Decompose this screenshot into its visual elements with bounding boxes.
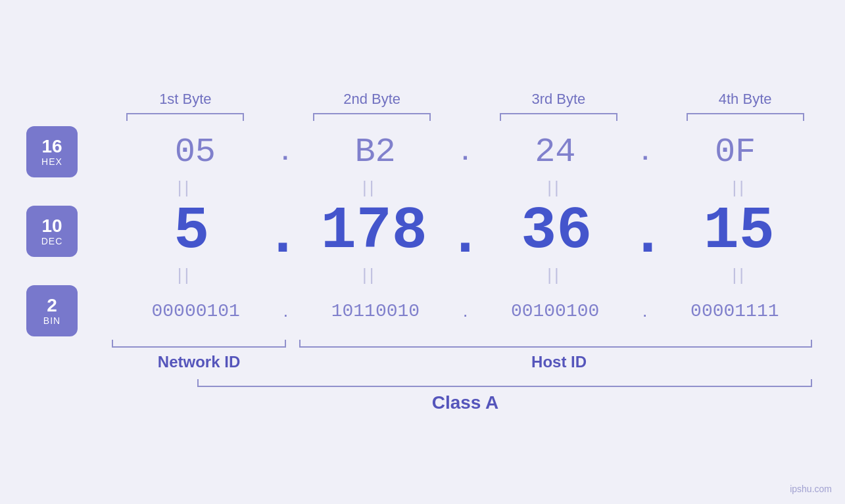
hex-values-row: 05 . B2 . 24 . 0F [112, 133, 819, 172]
hex-val-2-col: B2 [292, 133, 459, 172]
dec-val-3: 36 [521, 198, 592, 265]
bin-badge-number: 2 [47, 296, 57, 316]
bottom-section: Network ID Host ID [26, 340, 819, 371]
equals-row-2: || || || || [26, 265, 819, 285]
bracket-top-3 [500, 113, 617, 121]
bracket-host [299, 340, 812, 348]
bin-val-2: 10110010 [331, 301, 420, 321]
dec-val-2: 178 [321, 198, 427, 265]
dec-val-3-col: 36 [477, 198, 636, 265]
bin-val-4-col: 00001111 [651, 301, 819, 321]
class-a-label: Class A [112, 392, 819, 413]
byte-label-4: 4th Byte [719, 91, 772, 108]
dec-dot-1: . [271, 202, 294, 261]
dec-val-4-col: 15 [660, 198, 819, 265]
eq-2: || [297, 177, 442, 198]
dec-badge: 10 DEC [26, 206, 78, 257]
bin-row: 2 BIN 00000101 . 10110010 . 00100100 . 0… [26, 285, 819, 336]
byte-col-1: 1st Byte [112, 91, 259, 121]
network-id-label: Network ID [112, 353, 286, 371]
dec-badge-number: 10 [41, 216, 62, 237]
class-section: Class A [26, 379, 819, 413]
bin-val-4: 00001111 [690, 301, 779, 321]
byte-label-1: 1st Byte [159, 91, 211, 108]
hex-dot-3: . [639, 140, 652, 164]
network-host-labels: Network ID Host ID [26, 353, 819, 371]
bin-val-3-col: 00100100 [471, 301, 639, 321]
hex-badge-col: 16 HEX [26, 126, 112, 177]
dec-dot-3: . [636, 202, 659, 261]
byte-labels-row: 1st Byte 2nd Byte 3rd Byte 4th Byte [26, 91, 819, 121]
byte-columns: 1st Byte 2nd Byte 3rd Byte 4th Byte [112, 91, 819, 121]
eq-1: || [112, 177, 257, 198]
bracket-top-2 [313, 113, 431, 121]
bracket-top-4 [687, 113, 804, 121]
bracket-network [112, 340, 286, 348]
main-container: 1st Byte 2nd Byte 3rd Byte 4th Byte [0, 0, 845, 504]
dec-val-1: 5 [174, 198, 209, 265]
host-id-label: Host ID [299, 353, 819, 371]
hex-val-1-col: 05 [112, 133, 279, 172]
dec-row: 10 DEC 5 . 178 . 36 . 15 [26, 198, 819, 265]
eq2-1: || [112, 265, 257, 285]
watermark: ipshu.com [790, 484, 832, 494]
bracket-bottom-row [26, 340, 819, 348]
hex-val-1: 05 [175, 133, 216, 172]
bin-values-row: 00000101 . 10110010 . 00100100 . 0000111… [112, 300, 819, 321]
eq2-4: || [667, 265, 812, 285]
byte-label-2: 2nd Byte [343, 91, 400, 108]
eq-3: || [482, 177, 627, 198]
hex-badge-number: 16 [41, 137, 62, 157]
bin-dot-1: . [279, 300, 291, 321]
dec-val-4: 15 [704, 198, 775, 265]
hex-val-3: 24 [535, 133, 575, 172]
dec-values-row: 5 . 178 . 36 . 15 [112, 198, 819, 265]
hex-row: 16 HEX 05 . B2 . 24 . 0F [26, 126, 819, 177]
dec-dot-2: . [454, 202, 477, 261]
bin-val-2-col: 10110010 [291, 301, 459, 321]
bin-badge: 2 BIN [26, 285, 78, 336]
bin-dot-3: . [639, 300, 651, 321]
bin-val-3: 00100100 [511, 301, 599, 321]
byte-col-3: 3rd Byte [485, 91, 633, 121]
byte-label-3: 3rd Byte [531, 91, 585, 108]
hex-dot-2: . [458, 140, 471, 164]
eq-4: || [667, 177, 812, 198]
byte-col-4: 4th Byte [671, 91, 819, 121]
class-bracket-row [26, 379, 819, 387]
hex-val-3-col: 24 [472, 133, 639, 172]
class-label-row: Class A [26, 392, 819, 413]
hex-dot-1: . [279, 140, 292, 164]
dec-val-2-col: 178 [295, 198, 454, 265]
hex-val-4: 0F [715, 133, 756, 172]
dec-badge-col: 10 DEC [26, 206, 112, 257]
bin-val-1: 00000101 [152, 301, 240, 321]
bin-badge-col: 2 BIN [26, 285, 112, 336]
hex-val-4-col: 0F [652, 133, 819, 172]
byte-col-2: 2nd Byte [299, 91, 446, 121]
bin-badge-label: BIN [43, 315, 60, 326]
eq2-2: || [297, 265, 442, 285]
hex-badge: 16 HEX [26, 126, 78, 177]
bin-dot-2: . [460, 300, 471, 321]
equals-row-1: || || || || [26, 177, 819, 198]
bracket-top-1 [126, 113, 244, 121]
eq2-3: || [482, 265, 627, 285]
class-bracket [197, 379, 812, 387]
hex-val-2: B2 [354, 133, 395, 172]
dec-val-1-col: 5 [112, 198, 271, 265]
bin-val-1-col: 00000101 [112, 301, 279, 321]
dec-badge-label: DEC [41, 236, 63, 246]
hex-badge-label: HEX [41, 156, 62, 167]
